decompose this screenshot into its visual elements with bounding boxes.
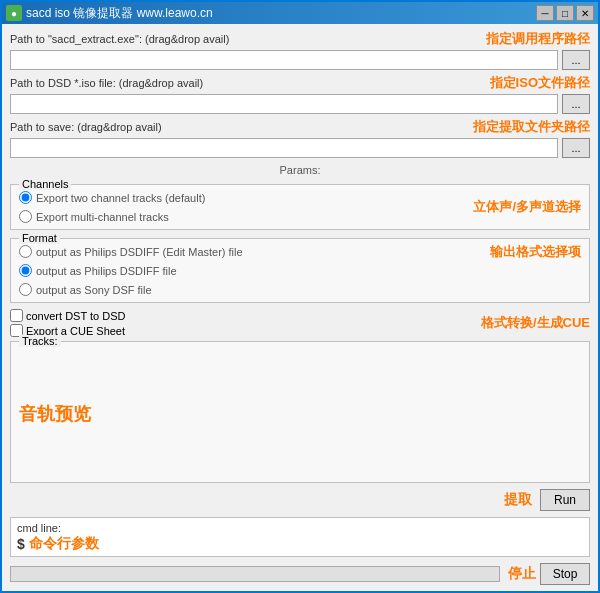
format-radio-dsdiff[interactable]	[19, 264, 32, 277]
format-option-1: output as Philips DSDIFF (Edit Master) f…	[19, 245, 243, 258]
cmdline-content-row: $ 命令行参数	[17, 535, 583, 553]
app-icon: ●	[6, 5, 22, 21]
format-options-row: output as Philips DSDIFF (Edit Master) f…	[19, 243, 581, 298]
save-path-browse-button[interactable]: ...	[562, 138, 590, 158]
save-path-field: Path to save: (drag&drop avail) 指定提取文件夹路…	[10, 118, 590, 158]
dollar-sign: $	[17, 536, 25, 552]
window-title: sacd iso 镜像提取器 www.leawo.cn	[26, 5, 536, 22]
checkboxes-row: convert DST to DSD Export a CUE Sheet 格式…	[10, 309, 590, 337]
maximize-button[interactable]: □	[556, 5, 574, 21]
convert-dst-checkbox[interactable]	[10, 309, 23, 322]
main-window: ● sacd iso 镜像提取器 www.leawo.cn ─ □ ✕ Path…	[0, 0, 600, 593]
channel-option-2: Export multi-channel tracks	[19, 210, 205, 223]
cmdline-section: cmd line: $ 命令行参数	[10, 517, 590, 557]
save-path-input[interactable]	[10, 138, 558, 158]
cmdline-annotation: 命令行参数	[29, 535, 99, 553]
format-label-dsdiff: output as Philips DSDIFF file	[36, 265, 177, 277]
channel-option-1: Export two channel tracks (default)	[19, 191, 205, 204]
channel-radio-multi[interactable]	[19, 210, 32, 223]
convert-dst-item: convert DST to DSD	[10, 309, 125, 322]
format-conversion-annotation: 格式转换/生成CUE	[481, 314, 590, 332]
tracks-title: Tracks:	[19, 335, 61, 347]
tracks-annotation: 音轨预览	[19, 402, 91, 426]
save-path-annotation: 指定提取文件夹路径	[473, 118, 590, 136]
stop-row: 停止 Stop	[10, 563, 590, 585]
sacd-exe-field: Path to "sacd_extract.exe": (drag&drop a…	[10, 30, 590, 70]
format-radio-dsf[interactable]	[19, 283, 32, 296]
window-controls: ─ □ ✕	[536, 5, 594, 21]
convert-dst-label: convert DST to DSD	[26, 310, 125, 322]
save-path-label: Path to save: (drag&drop avail)	[10, 121, 162, 133]
format-radios: output as Philips DSDIFF (Edit Master) f…	[19, 243, 243, 298]
format-section: Format output as Philips DSDIFF (Edit Ma…	[10, 238, 590, 303]
sacd-exe-annotation: 指定调用程序路径	[486, 30, 590, 48]
channel-radio-stereo[interactable]	[19, 191, 32, 204]
iso-file-browse-button[interactable]: ...	[562, 94, 590, 114]
channels-options-row: Export two channel tracks (default) Expo…	[19, 189, 581, 225]
format-option-2: output as Philips DSDIFF file	[19, 264, 243, 277]
iso-file-field: Path to DSD *.iso file: (drag&drop avail…	[10, 74, 590, 114]
format-label-dsdiff-edit: output as Philips DSDIFF (Edit Master) f…	[36, 246, 243, 258]
tracks-section: Tracks: 音轨预览	[10, 341, 590, 483]
params-label: Params:	[10, 164, 590, 176]
sacd-exe-input[interactable]	[10, 50, 558, 70]
title-bar: ● sacd iso 镜像提取器 www.leawo.cn ─ □ ✕	[2, 2, 598, 24]
iso-file-input[interactable]	[10, 94, 558, 114]
minimize-button[interactable]: ─	[536, 5, 554, 21]
channels-section: Channels Export two channel tracks (defa…	[10, 184, 590, 230]
sacd-exe-label: Path to "sacd_extract.exe": (drag&drop a…	[10, 33, 229, 45]
channel-label-multi: Export multi-channel tracks	[36, 211, 169, 223]
sacd-exe-browse-button[interactable]: ...	[562, 50, 590, 70]
iso-file-annotation: 指定ISO文件路径	[490, 74, 590, 92]
progress-bar-container	[10, 566, 500, 582]
stop-annotation: 停止	[508, 565, 536, 583]
channels-title: Channels	[19, 178, 71, 190]
format-label-dsf: output as Sony DSF file	[36, 284, 152, 296]
extract-annotation: 提取	[504, 491, 532, 509]
channels-radios: Export two channel tracks (default) Expo…	[19, 189, 205, 225]
extract-row: 提取 Run	[10, 489, 590, 511]
run-button[interactable]: Run	[540, 489, 590, 511]
format-annotation: 输出格式选择项	[490, 243, 581, 261]
format-radio-dsdiff-edit[interactable]	[19, 245, 32, 258]
format-title: Format	[19, 232, 60, 244]
channel-label-stereo: Export two channel tracks (default)	[36, 192, 205, 204]
iso-file-label: Path to DSD *.iso file: (drag&drop avail…	[10, 77, 203, 89]
close-button[interactable]: ✕	[576, 5, 594, 21]
stop-button[interactable]: Stop	[540, 563, 590, 585]
channels-annotation: 立体声/多声道选择	[473, 198, 581, 216]
cmdline-label: cmd line:	[17, 522, 61, 534]
tracks-content: 音轨预览	[19, 346, 581, 478]
content-area: Path to "sacd_extract.exe": (drag&drop a…	[2, 24, 598, 591]
format-option-3: output as Sony DSF file	[19, 283, 243, 296]
